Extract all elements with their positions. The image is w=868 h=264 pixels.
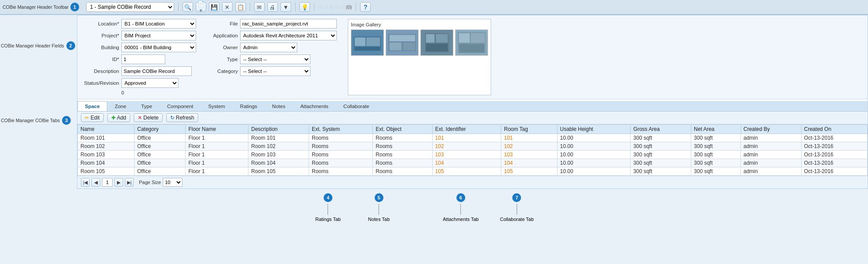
header-fields-section: Location* B1 - BIM Location Project* BIM… [77,15,868,99]
svg-rect-19 [459,44,484,52]
type-select[interactable]: -- Select -- [240,54,310,64]
owner-select[interactable]: Admin [240,43,297,52]
tab-zone[interactable]: Zone [107,101,134,111]
status-label: Status/Revision [82,80,119,86]
table-cell: 300 sqft [691,142,741,151]
star-5[interactable]: ☆ [339,4,344,10]
table-cell: Room 104 [78,159,135,167]
id-row: ID* [82,54,196,64]
category-label: Category [205,69,238,74]
col-usable-height: Usable Height [557,125,631,134]
table-cell: 105 [501,167,557,176]
id-input[interactable] [121,54,165,64]
location-select[interactable]: B1 - BIM Location [121,19,196,29]
lightbulb-button[interactable]: 💡 [299,2,310,12]
copy-button[interactable]: 📋 [235,2,246,12]
table-row[interactable]: Room 103OfficeFloor 1Room 103RoomsRooms1… [78,151,868,159]
annotation-6-container: 6 Attachments Tab [443,193,479,222]
project-label: Project* [82,33,119,38]
bottom-annotations-container: 4 Ratings Tab 5 Notes Tab 6 Attachments … [280,193,588,246]
table-row[interactable]: Room 105OfficeFloor 1Room 105RoomsRooms1… [78,167,868,176]
edit-button[interactable]: ✏ Edit [81,113,104,122]
email-button[interactable]: ✉ [254,2,265,12]
refresh-button[interactable]: ↻ Refresh [166,113,198,122]
description-input[interactable] [121,66,192,76]
location-row: Location* B1 - BIM Location [82,19,196,29]
star-1[interactable]: ☆ [318,4,323,10]
star-rating-group[interactable]: ☆ ☆ ☆ ☆ ☆ (0) [318,4,352,10]
id-label: ID* [82,57,119,62]
building-label: Building [82,45,119,50]
prev-page-button[interactable]: ◀ [91,178,100,187]
table-row[interactable]: Room 102OfficeFloor 1Room 102RoomsRooms1… [78,142,868,151]
annotation-label-5: Notes Tab [368,217,390,222]
table-cell: 300 sqft [631,167,691,176]
current-page: 1 [102,178,113,187]
gallery-title: Image Gallery [351,22,488,27]
category-select[interactable]: -- Select -- [240,66,310,76]
description-row: Description [82,66,196,76]
annotation-badge-7: 7 [512,193,521,202]
table-cell: Room 105 [78,167,135,176]
table-cell: 300 sqft [631,159,691,167]
tab-system[interactable]: System [201,101,233,111]
table-cell: Office [135,151,186,159]
annotation-badge-4: 4 [324,193,332,202]
print-dropdown-button[interactable]: ▼ [281,2,291,12]
delete-row-button[interactable]: ✕ Delete [134,113,163,122]
gallery-image-4[interactable] [455,29,488,56]
file-input[interactable] [240,19,337,29]
application-select[interactable]: Autodesk Revit Architecture 2011 [240,31,337,40]
table-cell: Room 102 [78,142,135,151]
tab-component[interactable]: Component [160,101,201,111]
next-page-button[interactable]: ▶ [114,178,123,187]
last-page-button[interactable]: ▶| [125,178,134,187]
svg-rect-8 [390,43,401,51]
annotation-label-4: Ratings Tab [315,217,341,222]
table-row[interactable]: Room 101OfficeFloor 1Room 101RoomsRooms1… [78,134,868,142]
table-cell: admin [740,142,801,151]
tab-collaborate[interactable]: Collaborate [336,101,377,111]
status-select[interactable]: Approved [121,78,179,88]
table-cell: Office [135,167,186,176]
search-button[interactable]: 🔍 [182,2,193,12]
star-2[interactable]: ☆ [324,4,328,10]
gallery-image-2[interactable] [386,29,419,56]
file-label: File [205,21,238,26]
save-button[interactable]: 💾 [209,2,219,12]
tab-notes[interactable]: Notes [265,101,293,111]
building-select[interactable]: 00001 - BIM Building [121,43,196,52]
annotation-4-container: 4 Ratings Tab [315,193,341,222]
table-cell: Room 101 [78,134,135,142]
table-cell: Rooms [373,167,432,176]
page-size-select[interactable]: 10 25 50 [163,178,182,187]
delete-button[interactable]: ✕ [222,2,233,12]
add-file-button[interactable]: 📄+ [196,2,206,12]
tab-attachments[interactable]: Attachments [293,101,336,111]
table-row[interactable]: Room 104OfficeFloor 1Room 104RoomsRooms1… [78,159,868,167]
add-button[interactable]: ✚ Add [107,113,130,122]
help-button[interactable]: ? [360,2,371,12]
print-button[interactable]: 🖨 [267,2,278,12]
table-cell: Rooms [373,134,432,142]
col-created-on: Created On [801,125,867,134]
first-page-button[interactable]: |◀ [81,178,90,187]
annotation-label-7: Collaborate Tab [500,217,534,222]
table-cell: Office [135,134,186,142]
tab-space[interactable]: Space [77,101,107,111]
tab-ratings[interactable]: Ratings [233,101,265,111]
table-cell: Oct-13-2016 [801,167,867,176]
table-cell: Office [135,159,186,167]
star-4[interactable]: ☆ [334,4,339,10]
gallery-image-1[interactable] [351,29,384,56]
record-selector[interactable]: 1 - Sample COBie Record [86,2,174,12]
tab-type[interactable]: Type [134,101,160,111]
table-cell: 10.00 [557,134,631,142]
col-description: Description [248,125,309,134]
project-select[interactable]: BIM Project [121,31,196,40]
gallery-image-3[interactable] [420,29,453,56]
svg-rect-7 [390,35,415,41]
star-3[interactable]: ☆ [329,4,334,10]
table-cell: 101 [501,134,557,142]
table-cell: Floor 1 [186,159,248,167]
